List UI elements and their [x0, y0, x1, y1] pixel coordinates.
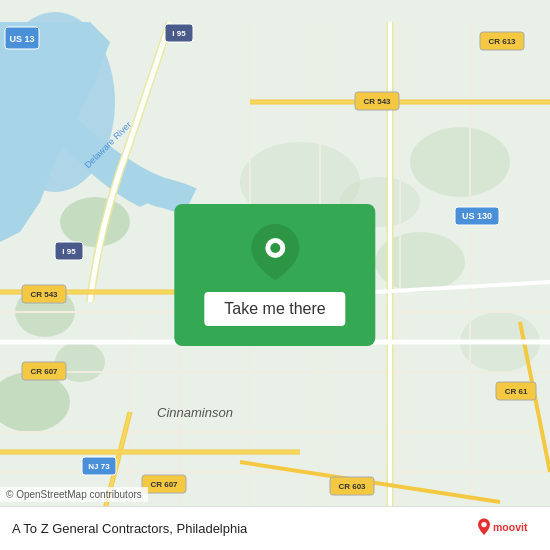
svg-text:CR 543: CR 543	[30, 290, 58, 299]
svg-point-62	[270, 243, 280, 253]
svg-text:CR 61: CR 61	[505, 387, 528, 396]
svg-text:I 95: I 95	[62, 247, 76, 256]
svg-text:US 13: US 13	[9, 34, 34, 44]
svg-point-63	[481, 521, 486, 526]
moovit-logo: moovit	[478, 517, 538, 541]
svg-point-6	[410, 127, 510, 197]
osm-attribution: © OpenStreetMap contributors	[0, 487, 148, 502]
svg-text:NJ 73: NJ 73	[88, 462, 110, 471]
attribution-text: © OpenStreetMap contributors	[6, 489, 142, 500]
take-me-there-button[interactable]: Take me there	[204, 292, 345, 326]
moovit-logo-icon: moovit	[478, 517, 538, 541]
map-container: US 13 I 95 I 95 CR 543 CR 613 US 130 CR …	[0, 0, 550, 550]
location-info: A To Z General Contractors, Philadelphia	[12, 521, 247, 536]
cta-box: Take me there	[174, 204, 375, 346]
svg-text:CR 543: CR 543	[363, 97, 391, 106]
svg-text:CR 607: CR 607	[150, 480, 178, 489]
cta-overlay: Take me there	[174, 204, 375, 346]
svg-text:CR 603: CR 603	[338, 482, 366, 491]
svg-text:CR 613: CR 613	[488, 37, 516, 46]
location-label: A To Z General Contractors, Philadelphia	[12, 521, 247, 536]
svg-text:CR 607: CR 607	[30, 367, 58, 376]
svg-text:US 130: US 130	[462, 211, 492, 221]
svg-text:moovit: moovit	[493, 520, 528, 532]
bottom-bar: A To Z General Contractors, Philadelphia…	[0, 506, 550, 550]
svg-point-2	[60, 197, 130, 247]
svg-text:Cinnaminson: Cinnaminson	[157, 405, 233, 420]
location-pin-icon	[251, 224, 299, 280]
svg-text:I 95: I 95	[172, 29, 186, 38]
